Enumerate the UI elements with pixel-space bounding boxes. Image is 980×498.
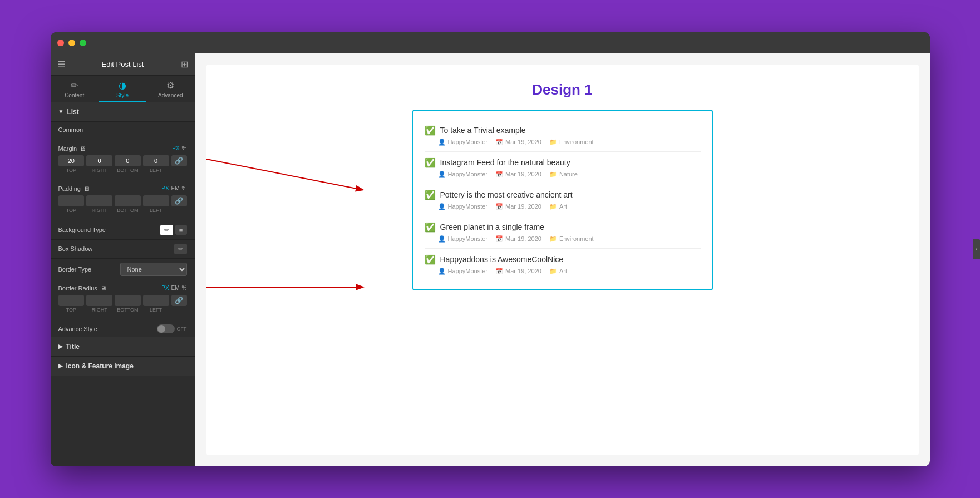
style-tab-label: Style xyxy=(116,92,129,98)
post-title-3: Pottery is the most creative ancient art xyxy=(440,190,573,199)
list-section-label: List xyxy=(67,108,78,116)
padding-link-button[interactable]: 🔗 xyxy=(171,195,187,206)
bg-pen-button[interactable]: ✏ xyxy=(160,225,173,235)
br-label-right: RIGHT xyxy=(86,307,112,313)
br-label-bottom: BOTTOM xyxy=(115,307,141,313)
padding-unit-px[interactable]: PX xyxy=(161,185,169,191)
padding-top-input[interactable] xyxy=(58,195,85,206)
br-unit-px[interactable]: PX xyxy=(161,285,169,291)
meta-author-3: 👤 HappyMonster xyxy=(438,203,488,210)
br-left-input[interactable] xyxy=(143,295,169,306)
padding-bottom-input[interactable] xyxy=(115,195,141,206)
margin-unit-pct[interactable]: % xyxy=(182,145,187,151)
post-title-row: ✅ Instagram Feed for the natural beauty xyxy=(425,157,701,168)
post-title-row: ✅ Green planet in a single frame xyxy=(425,222,701,233)
common-label: Common xyxy=(58,126,83,133)
meta-category-3: 📁 Art xyxy=(549,203,567,210)
meta-author-1: 👤 HappyMonster xyxy=(438,139,488,146)
icon-feature-arrow-icon: ▶ xyxy=(58,363,63,369)
margin-input-labels: TOP RIGHT BOTTOM LEFT xyxy=(58,167,187,173)
post-title-row: ✅ Pottery is the most creative ancient a… xyxy=(425,190,701,200)
padding-right-input[interactable] xyxy=(86,195,112,206)
margin-right-input[interactable] xyxy=(86,155,112,166)
common-label-row: Common xyxy=(58,126,187,133)
arrow-1 xyxy=(195,142,396,209)
common-block: Common xyxy=(51,122,195,141)
icon-feature-section-header[interactable]: ▶ Icon & Feature Image xyxy=(51,357,195,376)
advance-style-label: Advance Style xyxy=(58,326,97,332)
arrow-2 xyxy=(195,265,396,309)
bg-square-button[interactable]: ■ xyxy=(175,225,187,235)
tab-advanced[interactable]: ⚙ Advanced xyxy=(146,76,194,102)
margin-bottom-input[interactable] xyxy=(115,155,141,166)
margin-top-input[interactable] xyxy=(58,155,85,166)
check-icon-2: ✅ xyxy=(425,157,436,168)
sidebar-content: ▼ List Common Margin 🖥 xyxy=(51,102,195,466)
post-title-1: To take a Trivial example xyxy=(440,126,526,135)
margin-left-input[interactable] xyxy=(143,155,169,166)
folder-icon-5: 📁 xyxy=(549,268,557,275)
padding-label-bottom: BOTTOM xyxy=(115,208,141,213)
box-shadow-pen-button[interactable]: ✏ xyxy=(174,244,187,254)
padding-inputs: 🔗 xyxy=(58,195,187,206)
grid-icon[interactable]: ⊞ xyxy=(181,59,188,70)
border-type-row: Border Type None Solid Dashed Dotted xyxy=(51,259,195,280)
padding-label-top: TOP xyxy=(58,208,85,213)
border-radius-unit-row: PX EM % xyxy=(161,285,186,291)
padding-label-row: Padding 🖥 PX EM % xyxy=(58,185,187,192)
folder-icon-3: 📁 xyxy=(549,203,557,210)
margin-label-row: Margin 🖥 PX % xyxy=(58,145,187,152)
post-meta-4: 👤 HappyMonster 📅 Mar 19, 2020 📁 Environm… xyxy=(425,235,701,243)
maximize-dot[interactable] xyxy=(80,40,86,46)
padding-unit-em[interactable]: EM xyxy=(171,185,180,191)
padding-left-input[interactable] xyxy=(143,195,169,206)
icon-feature-section-label: Icon & Feature Image xyxy=(66,362,134,370)
br-unit-em[interactable]: EM xyxy=(171,285,180,291)
post-title-4: Green planet in a single frame xyxy=(440,223,545,231)
br-top-input[interactable] xyxy=(58,295,85,306)
user-icon-2: 👤 xyxy=(438,171,446,178)
user-icon-3: 👤 xyxy=(438,203,446,210)
br-right-input[interactable] xyxy=(86,295,112,306)
tab-style[interactable]: ◑ Style xyxy=(99,76,146,102)
post-title-2: Instagram Feed for the natural beauty xyxy=(440,158,570,167)
br-unit-pct[interactable]: % xyxy=(182,285,187,291)
app-window: ☰ Edit Post List ⊞ ✏ Content ◑ Style ⚙ A… xyxy=(51,32,930,466)
padding-input-labels: TOP RIGHT BOTTOM LEFT xyxy=(58,208,187,213)
border-type-select[interactable]: None Solid Dashed Dotted xyxy=(120,263,187,276)
br-bottom-input[interactable] xyxy=(115,295,141,306)
border-radius-label-row: Border Radius 🖥 PX EM % xyxy=(58,285,187,292)
calendar-icon-3: 📅 xyxy=(495,203,503,210)
margin-link-button[interactable]: 🔗 xyxy=(171,155,187,166)
design-title: Design 1 xyxy=(223,81,902,98)
label-top: TOP xyxy=(58,167,85,173)
br-link-button[interactable]: 🔗 xyxy=(171,295,187,306)
meta-category-1: 📁 Environment xyxy=(549,139,594,146)
advance-style-toggle[interactable]: OFF xyxy=(157,324,187,333)
meta-author-2: 👤 HappyMonster xyxy=(438,171,488,178)
post-title-5: Happyaddons is AwesomeCoolNice xyxy=(440,255,564,264)
sidebar: ☰ Edit Post List ⊞ ✏ Content ◑ Style ⚙ A… xyxy=(51,53,195,466)
user-icon-4: 👤 xyxy=(438,235,446,243)
sidebar-header: ☰ Edit Post List ⊞ xyxy=(51,53,195,76)
post-meta-2: 👤 HappyMonster 📅 Mar 19, 2020 📁 Nature xyxy=(425,171,701,178)
padding-unit-pct[interactable]: % xyxy=(182,185,187,191)
user-icon-1: 👤 xyxy=(438,139,446,146)
minimize-dot[interactable] xyxy=(68,40,75,46)
check-icon-5: ✅ xyxy=(425,254,436,265)
post-list: ✅ To take a Trivial example 👤 HappyMonst… xyxy=(412,110,713,290)
margin-unit-row: PX % xyxy=(172,145,186,151)
box-shadow-label: Box Shadow xyxy=(58,245,93,252)
title-section-header[interactable]: ▶ Title xyxy=(51,337,195,357)
tab-content[interactable]: ✏ Content xyxy=(51,76,99,102)
list-section-header[interactable]: ▼ List xyxy=(51,102,195,122)
tabs-row: ✏ Content ◑ Style ⚙ Advanced xyxy=(51,76,195,102)
padding-label: Padding 🖥 xyxy=(58,185,90,192)
margin-unit-px[interactable]: PX xyxy=(172,145,179,151)
sidebar-title: Edit Post List xyxy=(102,60,144,68)
toggle-track[interactable] xyxy=(157,324,175,333)
user-icon-5: 👤 xyxy=(438,268,446,275)
hamburger-icon[interactable]: ☰ xyxy=(57,59,65,70)
close-dot[interactable] xyxy=(57,40,64,46)
meta-author-4: 👤 HappyMonster xyxy=(438,235,488,243)
